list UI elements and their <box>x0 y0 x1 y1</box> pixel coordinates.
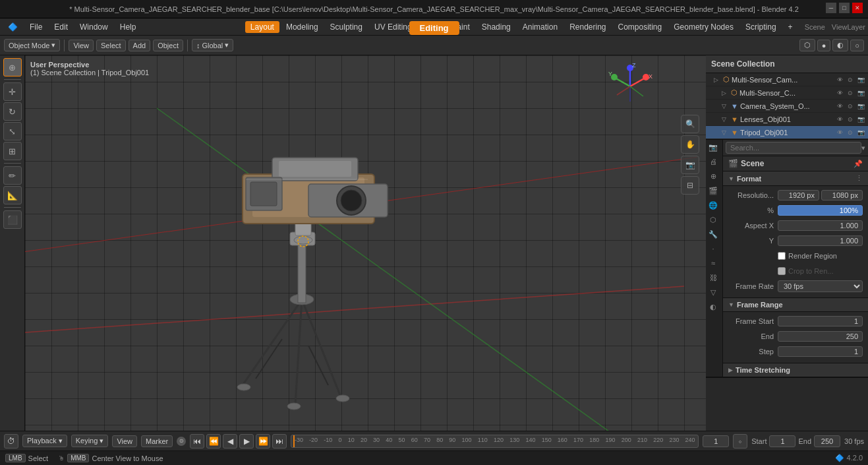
workspace-sculpting[interactable]: Sculpting <box>325 21 368 33</box>
toolbar-add-btn[interactable]: Add <box>129 40 151 51</box>
vp-zoom-in[interactable]: 🔍 <box>681 115 699 133</box>
workspace-geometry-nodes[interactable]: Geometry Nodes <box>668 21 739 33</box>
toolbar-mode-dropdown[interactable]: Object Mode ▾ <box>4 39 60 51</box>
prop-icon-object[interactable]: ⬡ <box>706 212 720 227</box>
frame-rate-select[interactable]: 24 fps 30 fps 60 fps <box>778 280 863 292</box>
timeline-playback-menu[interactable]: Playback ▾ <box>22 435 67 447</box>
viewport-shading-render[interactable]: ○ <box>850 40 864 51</box>
outliner-item-4[interactable]: ▽ ▼ Tripod_Obj001 👁 ⊙ 📷 <box>706 126 868 139</box>
outliner-visibility-2[interactable]: 👁 <box>835 102 844 111</box>
start-value[interactable]: 1 <box>769 435 796 447</box>
outliner-render-4[interactable]: 📷 <box>856 128 865 137</box>
properties-search-input[interactable] <box>726 142 861 154</box>
outliner-item-0[interactable]: ▷ ⬡ Multi-Sensor_Cam... 👁 ⊙ 📷 <box>706 73 868 86</box>
workspace-shading[interactable]: Shading <box>477 21 516 33</box>
workspace-scripting[interactable]: Scripting <box>740 21 782 33</box>
outliner-render-0[interactable]: 📷 <box>856 75 865 84</box>
current-frame-display[interactable]: 1 <box>703 435 729 447</box>
frame-end-value[interactable]: 250 <box>778 331 863 342</box>
toolbar-object-btn[interactable]: Object <box>153 40 183 51</box>
prop-icon-material[interactable]: ◐ <box>706 299 720 314</box>
prop-icon-constraints[interactable]: ⛓ <box>706 270 720 285</box>
outliner-render-1[interactable]: 📷 <box>856 88 865 98</box>
close-button[interactable]: ✕ <box>852 3 863 13</box>
crop-check[interactable] <box>778 267 786 275</box>
outliner-select-2[interactable]: ⊙ <box>846 102 855 111</box>
viewport-shading-material[interactable]: ◐ <box>832 39 848 51</box>
frame-range-section-header[interactable]: ▼ Frame Range <box>723 298 868 312</box>
format-section-header[interactable]: ▼ Format ⋮ <box>723 171 868 186</box>
prop-icon-modifiers[interactable]: 🔧 <box>706 227 720 241</box>
render-region-checkbox[interactable]: Render Region <box>778 252 837 260</box>
properties-filter-btn[interactable]: ▾ <box>861 144 865 152</box>
play-first-frame[interactable]: ⏮ <box>190 434 204 449</box>
vp-ortho[interactable]: ⊟ <box>681 176 699 195</box>
menu-window[interactable]: Window <box>74 21 113 33</box>
viewport-3d[interactable]: ⧉ Object Mode ▾ View Select Add Object ⊕… <box>25 55 706 431</box>
outliner-select-3[interactable]: ⊙ <box>846 115 855 124</box>
aspect-x-value[interactable]: 1.000 <box>778 220 863 231</box>
prop-icon-render[interactable]: 📷 <box>706 140 720 154</box>
resolution-y-value[interactable]: 1080 px <box>821 190 863 201</box>
outliner-select-1[interactable]: ⊙ <box>846 88 855 98</box>
viewport-gizmo[interactable]: Z X Y <box>607 63 653 109</box>
outliner-item-1[interactable]: ▷ ⬡ Multi-Sensor_C... 👁 ⊙ 📷 <box>706 86 868 100</box>
prop-icon-data[interactable]: ▽ <box>706 285 720 299</box>
workspace-modeling[interactable]: Modeling <box>281 21 324 33</box>
workspace-animation[interactable]: Animation <box>517 21 563 33</box>
end-value[interactable]: 250 <box>814 435 840 447</box>
prop-icon-view-layer[interactable]: ⊕ <box>706 169 720 183</box>
prop-icon-physics[interactable]: ≈ <box>706 256 720 270</box>
outliner-render-3[interactable]: 📷 <box>856 115 865 124</box>
timeline-editor-type[interactable]: ⏱ <box>4 434 18 449</box>
resolution-pct-value[interactable]: 100% <box>778 205 863 216</box>
crop-checkbox[interactable]: Crop to Ren... <box>778 267 833 275</box>
tool-cursor[interactable]: ⊕ <box>3 58 22 77</box>
render-region-check[interactable] <box>778 252 786 260</box>
tool-move[interactable]: ✛ <box>3 82 22 101</box>
tool-annotate[interactable]: ✏ <box>3 166 22 185</box>
frame-step-value[interactable]: 1 <box>778 346 863 357</box>
toolbar-transform-btn[interactable]: ↕ Global ▾ <box>192 39 233 51</box>
prop-icon-output[interactable]: 🖨 <box>706 154 720 169</box>
viewport-shading-solid[interactable]: ● <box>817 40 831 51</box>
tool-scale[interactable]: ⤡ <box>3 122 22 140</box>
outliner-visibility-0[interactable]: 👁 <box>835 75 844 84</box>
play-backward[interactable]: ◀ <box>223 434 237 449</box>
timeline-scrubber[interactable]: -30-20-100 10203040 50607080 90100110120… <box>291 435 699 448</box>
outliner-visibility-4[interactable]: 👁 <box>835 128 844 137</box>
outliner-visibility-1[interactable]: 👁 <box>835 88 844 98</box>
outliner-select-0[interactable]: ⊙ <box>846 75 855 84</box>
menu-edit[interactable]: Edit <box>49 21 73 33</box>
vp-pan[interactable]: ✋ <box>681 135 699 154</box>
timeline-marker-menu[interactable]: Marker <box>141 435 173 447</box>
outliner-render-2[interactable]: 📷 <box>856 102 865 111</box>
play-forward[interactable]: ▶ <box>239 434 254 449</box>
vp-camera[interactable]: 📷 <box>681 156 699 174</box>
play-last-frame[interactable]: ⏭ <box>272 434 287 449</box>
workspace-compositing[interactable]: Compositing <box>613 21 668 33</box>
keyframe-type-btn[interactable]: ⬦ <box>733 434 747 449</box>
menu-help[interactable]: Help <box>115 21 142 33</box>
viewport-shading-wire[interactable]: ⬡ <box>799 39 815 51</box>
aspect-y-value[interactable]: 1.000 <box>778 235 863 246</box>
frame-start-value[interactable]: 1 <box>778 316 863 326</box>
maximize-button[interactable]: □ <box>839 3 850 13</box>
outliner-select-4[interactable]: ⊙ <box>846 128 855 137</box>
play-prev-keyframe[interactable]: ⏪ <box>206 434 221 449</box>
play-next-keyframe[interactable]: ⏩ <box>256 434 270 449</box>
workspace-layout[interactable]: Layout <box>245 21 279 33</box>
resolution-x-value[interactable]: 1920 px <box>778 190 819 201</box>
prop-icon-particles[interactable]: · <box>706 241 720 256</box>
format-menu-btn[interactable]: ⋮ <box>855 174 863 183</box>
menu-file[interactable]: File <box>24 21 47 33</box>
timeline-view-menu[interactable]: View <box>112 435 137 447</box>
timeline-keying-menu[interactable]: Keying ▾ <box>71 435 109 447</box>
outliner-visibility-3[interactable]: 👁 <box>835 115 844 124</box>
menu-blender[interactable]: 🔷 <box>3 21 23 33</box>
prop-icon-scene[interactable]: 🎬 <box>706 183 720 198</box>
tool-rotate[interactable]: ↻ <box>3 102 22 121</box>
tool-transform[interactable]: ⊞ <box>3 142 22 160</box>
time-stretching-header[interactable]: ▶ Time Stretching <box>723 363 868 377</box>
outliner-item-3[interactable]: ▽ ▼ Lenses_Obj001 👁 ⊙ 📷 <box>706 113 868 126</box>
